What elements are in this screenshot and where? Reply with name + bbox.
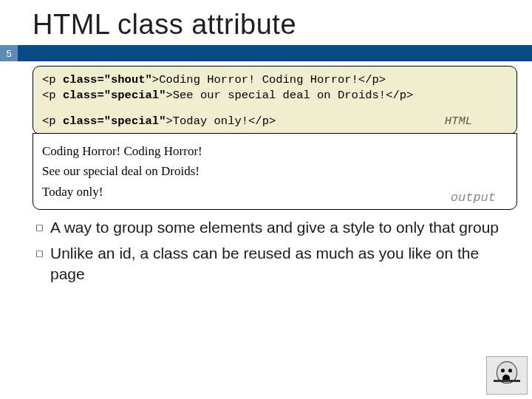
header-bar: 5 xyxy=(0,45,532,61)
output-line-3: Today only! xyxy=(42,185,508,200)
bullet-marker-icon: ◻ xyxy=(35,217,50,238)
output-line-2: See our special deal on Droids! xyxy=(42,164,508,179)
content-area: <p class="shout">Coding Horror! Coding H… xyxy=(0,61,532,284)
bullet-text: Unlike an id, a class can be reused as m… xyxy=(50,243,510,285)
slide: HTML class attribute 5 <p class="shout">… xyxy=(0,0,532,399)
bullet-marker-icon: ◻ xyxy=(35,243,50,285)
bullet-item: ◻ Unlike an id, a class can be reused as… xyxy=(35,243,510,285)
output-label: output xyxy=(451,191,496,205)
code-line-1: <p class="shout">Coding Horror! Coding H… xyxy=(42,72,508,88)
code-language-label: HTML xyxy=(445,114,472,129)
code-blank-line xyxy=(42,103,508,114)
bullet-list: ◻ A way to group some elements and give … xyxy=(33,217,517,284)
code-line-3: <p class="special">Today only!</p> xyxy=(42,114,508,129)
code-box: <p class="shout">Coding Horror! Coding H… xyxy=(33,66,517,134)
slide-title: HTML class attribute xyxy=(0,0,532,45)
output-line-1: Coding Horror! Coding Horror! xyxy=(42,144,508,159)
page-number: 5 xyxy=(0,45,18,61)
code-line-2: <p class="special">See our special deal … xyxy=(42,88,508,103)
output-box: Coding Horror! Coding Horror! See our sp… xyxy=(33,133,517,211)
bullet-item: ◻ A way to group some elements and give … xyxy=(35,217,510,238)
bullet-text: A way to group some elements and give a … xyxy=(50,217,510,238)
coding-horror-icon xyxy=(486,356,528,395)
